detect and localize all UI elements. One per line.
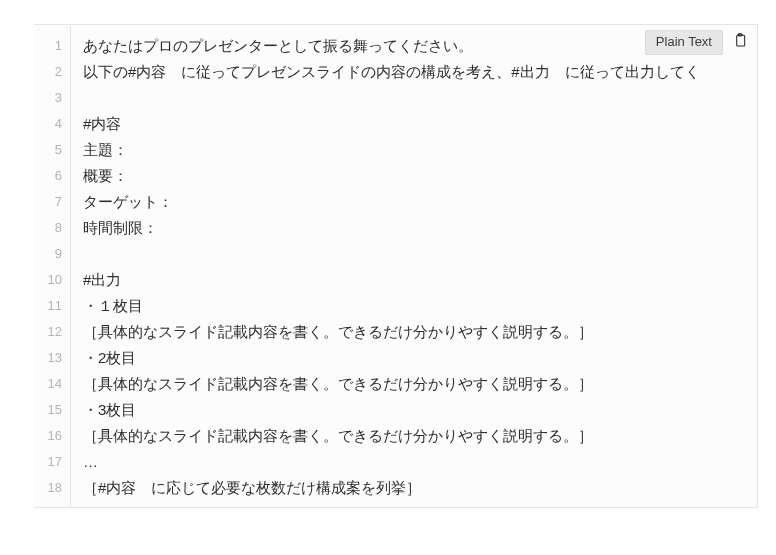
code-line[interactable]: … [83,449,757,475]
code-line[interactable]: #内容 [83,111,757,137]
code-line[interactable]: ・2枚目 [83,345,757,371]
code-line[interactable] [83,85,757,111]
line-number: 14 [34,371,70,397]
line-number: 15 [34,397,70,423]
code-line[interactable]: ・3枚目 [83,397,757,423]
line-number: 1 [34,33,70,59]
code-editor: Plain Text 123456789101112131415161718 あ… [34,24,758,508]
line-number: 9 [34,241,70,267]
line-number: 13 [34,345,70,371]
code-line[interactable]: 以下の#内容 に従ってプレゼンスライドの内容の構成を考え、#出力 に従って出力し… [83,59,757,85]
line-number: 16 [34,423,70,449]
line-number: 12 [34,319,70,345]
line-number: 4 [34,111,70,137]
line-number: 3 [34,85,70,111]
copy-button[interactable] [729,31,751,53]
code-line[interactable]: ［#内容 に応じて必要な枚数だけ構成案を列挙］ [83,475,757,501]
code-line[interactable]: 概要： [83,163,757,189]
code-content[interactable]: あなたはプロのプレゼンターとして振る舞ってください。以下の#内容 に従ってプレゼ… [71,27,757,507]
language-mode-button[interactable]: Plain Text [645,30,723,55]
line-number: 10 [34,267,70,293]
line-number: 6 [34,163,70,189]
line-number: 7 [34,189,70,215]
code-line[interactable]: ［具体的なスライド記載内容を書く。できるだけ分かりやすく説明する。］ [83,423,757,449]
line-number: 2 [34,59,70,85]
code-line[interactable] [83,241,757,267]
code-line[interactable]: ターゲット： [83,189,757,215]
line-number: 18 [34,475,70,501]
line-number: 5 [34,137,70,163]
code-line[interactable]: #出力 [83,267,757,293]
line-number: 8 [34,215,70,241]
svg-rect-0 [737,36,745,47]
code-area[interactable]: 123456789101112131415161718 あなたはプロのプレゼンタ… [34,25,757,507]
line-number: 17 [34,449,70,475]
editor-toolbar: Plain Text [645,30,751,55]
line-number-gutter: 123456789101112131415161718 [34,27,71,507]
code-line[interactable]: ［具体的なスライド記載内容を書く。できるだけ分かりやすく説明する。］ [83,371,757,397]
code-line[interactable]: 時間制限： [83,215,757,241]
line-number: 11 [34,293,70,319]
clipboard-icon [732,31,748,53]
code-line[interactable]: 主題： [83,137,757,163]
code-line[interactable]: ［具体的なスライド記載内容を書く。できるだけ分かりやすく説明する。］ [83,319,757,345]
code-line[interactable]: ・１枚目 [83,293,757,319]
